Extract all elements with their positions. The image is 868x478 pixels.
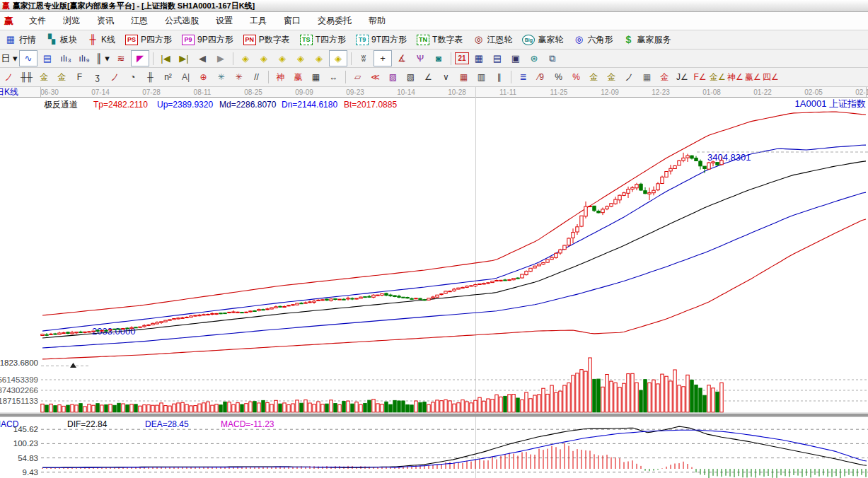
candle-style-dropdown[interactable]: ║ ▾	[94, 51, 111, 66]
board-button[interactable]: ▚板块	[42, 33, 81, 47]
f-angle-icon[interactable]: F∠	[692, 70, 708, 85]
p-table-button[interactable]: PNP数字表	[239, 33, 294, 47]
bars-9-icon[interactable]: ılı₉	[76, 51, 93, 66]
gold-underline-icon[interactable]: 金	[656, 70, 673, 85]
grid-dense-icon[interactable]: ▥	[473, 70, 490, 85]
pane-splitter[interactable]	[0, 414, 868, 417]
9p-square-button[interactable]: P99P四方形	[178, 33, 238, 47]
bars-3-icon[interactable]: ılı₃	[57, 51, 74, 66]
hexagon-button[interactable]: ◎六角形	[569, 33, 617, 47]
compass-star-icon[interactable]: ✳	[213, 70, 229, 85]
fan-box-purple-icon[interactable]: ▨	[385, 70, 401, 85]
menu-item-9[interactable]: 帮助	[360, 13, 394, 28]
v-lines-icon[interactable]: ∨	[438, 70, 454, 85]
nav-next-button[interactable]: ▶	[212, 51, 229, 66]
zoom-diamond-h-icon[interactable]: ◈	[311, 51, 328, 66]
hand-tool-icon[interactable]: ʬ	[355, 51, 372, 66]
zoom-diamond-right-icon[interactable]: ◈	[255, 51, 272, 66]
t-square-button[interactable]: TST四方形	[296, 33, 350, 47]
compass-box-icon[interactable]: ✳	[231, 70, 247, 85]
date-axis-band	[0, 87, 868, 97]
menu-item-2[interactable]: 资讯	[88, 13, 122, 28]
menu-item-6[interactable]: 工具	[241, 13, 275, 28]
comb-n2-icon[interactable]: n²	[160, 70, 176, 85]
info-note-icon[interactable]: ▤	[39, 51, 56, 66]
kline-button[interactable]: ╫K线	[83, 33, 120, 47]
p-square-button[interactable]: PSP四方形	[121, 33, 176, 47]
circle-cross-icon[interactable]: ⊕	[195, 70, 212, 85]
nav-last-button[interactable]: ▶|	[175, 51, 192, 66]
report-icon[interactable]: ▤	[489, 51, 506, 66]
gold-angle-icon[interactable]: 金∠	[710, 70, 726, 85]
grid-123-icon[interactable]: ▦	[308, 70, 324, 85]
grid-red-icon[interactable]: ▦	[456, 70, 472, 85]
pattern-red-icon[interactable]: ≋	[112, 51, 129, 66]
menu-item-8[interactable]: 交易委托	[309, 13, 360, 28]
kline-chart-svg[interactable]: 06-3007-1407-2808-1108-2509-0909-2310-14…	[0, 87, 868, 478]
calculator-icon[interactable]: ▦	[470, 51, 487, 66]
cycle-tool-icon[interactable]: ◙	[430, 51, 447, 66]
t-table-button[interactable]: TNT数字表	[412, 33, 467, 47]
zoom-diamond-up-icon[interactable]: ◈	[274, 51, 291, 66]
kline-period-dropdown[interactable]: 日 ▾	[1, 51, 18, 66]
menu-item-1[interactable]: 浏览	[54, 13, 88, 28]
nav-first-button[interactable]: |◀	[157, 51, 174, 66]
9t-square-button[interactable]: T99T四方形	[352, 33, 411, 47]
printer-icon[interactable]: ⧉	[544, 51, 561, 66]
list-blue-icon[interactable]: ≣	[515, 70, 531, 85]
a-line-icon[interactable]: A|	[178, 70, 194, 85]
comb-ying-icon[interactable]: 赢	[290, 70, 306, 85]
ying-angle-icon[interactable]: 赢∠	[745, 70, 761, 85]
circle-gold-icon[interactable]: 金	[586, 70, 602, 85]
hatch-icon[interactable]: ∥	[491, 70, 507, 85]
crosshair-tool-icon[interactable]: +	[374, 50, 392, 66]
percent-icon[interactable]: %	[550, 70, 567, 85]
percent-lines-icon[interactable]: %	[568, 70, 584, 85]
flag-histogram-icon[interactable]: ◤	[131, 50, 149, 66]
comb-f-icon[interactable]: F	[71, 70, 88, 85]
quotes-button[interactable]: ▦行情	[1, 33, 40, 47]
comb-shen-icon[interactable]: 神	[272, 70, 289, 85]
zoom-diamond-down-icon[interactable]: ◈	[292, 51, 309, 66]
zoom-diamond-left-icon[interactable]: ◈	[237, 51, 254, 66]
chart-area[interactable]: 06-3007-1407-2808-1108-2509-0909-2310-14…	[0, 87, 868, 478]
comb-gold2-icon[interactable]: 金	[54, 70, 70, 85]
wave-pair-icon[interactable]: //	[248, 70, 265, 85]
angle-measure-icon[interactable]: ∡	[393, 51, 410, 66]
nav-prev-button[interactable]: ◀	[194, 51, 211, 66]
trend-wave-icon[interactable]: ∿	[19, 50, 37, 66]
zoom-diamond-v-icon[interactable]: ◈	[329, 50, 347, 66]
menu-item-0[interactable]: 文件	[21, 13, 54, 28]
shen-angle-icon[interactable]: 神∠	[727, 70, 743, 85]
brush-icon[interactable]: ノ	[1, 70, 17, 85]
fan-lines-icon[interactable]: ≪	[367, 70, 383, 85]
brush-comb-icon[interactable]: ノ	[107, 70, 123, 85]
grid-wave-icon[interactable]: ▦	[639, 70, 655, 85]
ninth-angle-icon[interactable]: ⁄9	[533, 70, 549, 85]
menu-item-4[interactable]: 公式选股	[156, 13, 207, 28]
calendar-icon[interactable]: 21	[455, 52, 469, 64]
si-angle-icon[interactable]: 四∠	[763, 70, 779, 85]
comb-gold-icon[interactable]: 金	[36, 70, 52, 85]
gold-lines-icon[interactable]: 金	[603, 70, 620, 85]
save-icon[interactable]: ▣	[507, 51, 524, 66]
comb-icon[interactable]: ╫╫	[18, 70, 35, 85]
winner-service-button[interactable]: $赢家服务	[618, 33, 675, 47]
pen2-icon[interactable]: ノ	[621, 70, 637, 85]
ruler-span-icon[interactable]: ↔	[325, 70, 342, 85]
fan-box-dark-icon[interactable]: ▧	[403, 70, 419, 85]
menu-items: 文件浏览资讯江恩公式选股设置工具窗口交易委托帮助	[21, 15, 394, 27]
angle-lines-icon[interactable]: ∠	[420, 70, 436, 85]
winner-wheel-button[interactable]: Big赢家轮	[518, 33, 567, 47]
comb-spiral-icon[interactable]: ʒ	[89, 70, 105, 85]
clock-circle-icon[interactable]: ◔	[125, 70, 141, 85]
comb-plain-icon[interactable]: ╫	[142, 70, 158, 85]
gann-wheel-button[interactable]: ◎江恩轮	[468, 33, 516, 47]
menu-item-7[interactable]: 窗口	[275, 13, 309, 28]
network-icon[interactable]: ⊛	[526, 51, 543, 66]
j-angle-icon[interactable]: J∠	[674, 70, 690, 85]
menu-item-5[interactable]: 设置	[207, 13, 241, 28]
gann-tool-icon[interactable]: Ѱ	[412, 51, 429, 66]
menu-item-3[interactable]: 江恩	[122, 13, 156, 28]
box-corner-icon[interactable]: ▱	[349, 70, 366, 85]
